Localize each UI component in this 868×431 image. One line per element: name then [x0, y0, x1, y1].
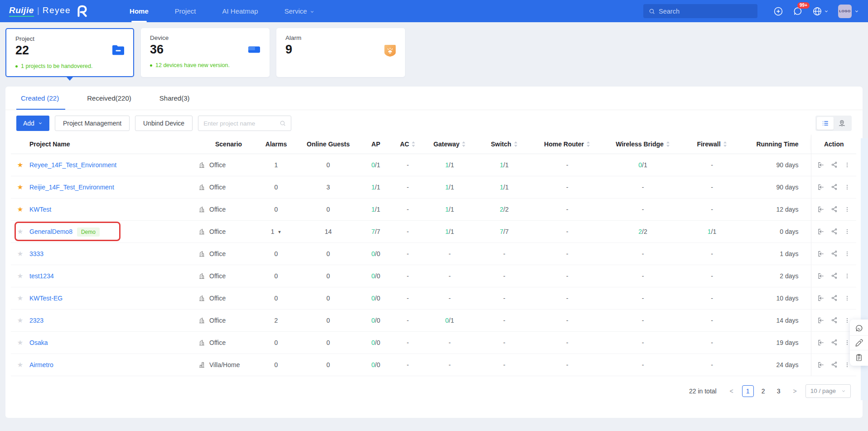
- next-page-button[interactable]: >: [789, 385, 801, 397]
- list-view-icon[interactable]: [817, 117, 834, 130]
- open-project-icon[interactable]: [817, 317, 825, 324]
- table-row[interactable]: ★GeneralDemo8DemoOffice1▼147/7-1/17/7-2/…: [11, 220, 856, 242]
- nav-item-ai-heatmap[interactable]: AI Heatmap: [222, 0, 258, 22]
- project-name-link[interactable]: Airmetro: [29, 361, 53, 368]
- global-search[interactable]: [643, 4, 757, 18]
- favorite-star-icon[interactable]: ★: [17, 294, 23, 302]
- favorite-star-icon[interactable]: ★: [17, 205, 23, 213]
- summary-card-alarm[interactable]: Alarm9: [276, 28, 405, 77]
- online-guests-count: 0: [298, 154, 359, 176]
- open-project-icon[interactable]: [817, 339, 825, 346]
- favorite-star-icon[interactable]: ★: [17, 183, 23, 191]
- project-name-link[interactable]: KWTest: [29, 206, 51, 213]
- project-name-link[interactable]: 3333: [29, 250, 43, 257]
- favorite-star-icon[interactable]: ★: [17, 339, 23, 346]
- project-name-link[interactable]: test1234: [29, 272, 54, 280]
- brand-logo[interactable]: Ruijie | Reyee: [9, 5, 88, 17]
- summary-card-device[interactable]: Device3612 devices have new version.: [141, 28, 270, 77]
- favorite-star-icon[interactable]: ★: [17, 228, 23, 235]
- tab-received-220[interactable]: Received(220): [87, 87, 131, 110]
- favorite-star-icon[interactable]: ★: [17, 161, 23, 169]
- share-icon[interactable]: [831, 250, 838, 257]
- table-row[interactable]: ★KWTestOffice001/1-1/12/2---12 days: [11, 198, 856, 220]
- more-actions-icon[interactable]: [844, 184, 850, 191]
- open-project-icon[interactable]: [817, 250, 825, 257]
- chat-bubble-icon[interactable]: [850, 321, 868, 335]
- project-name-search[interactable]: [198, 116, 291, 131]
- share-icon[interactable]: [831, 184, 838, 190]
- prev-page-button[interactable]: <: [726, 385, 738, 397]
- add-button[interactable]: Add: [16, 116, 49, 131]
- search-icon[interactable]: [280, 120, 286, 126]
- share-icon[interactable]: [831, 339, 838, 346]
- signature-pen-icon[interactable]: [850, 335, 868, 350]
- notification-icon[interactable]: 99+: [793, 6, 803, 16]
- table-row[interactable]: ★AirmetroVilla/Home000/0------24 days: [11, 354, 856, 376]
- tab-shared-3[interactable]: Shared(3): [159, 87, 190, 110]
- more-actions-icon[interactable]: [844, 295, 850, 302]
- globe-icon[interactable]: [812, 6, 829, 16]
- table-row[interactable]: ★3333Office000/0------1 days: [11, 242, 856, 265]
- sort-icon[interactable]: [514, 141, 518, 147]
- clipboard-icon[interactable]: [850, 350, 868, 364]
- search-input[interactable]: [659, 8, 752, 15]
- table-row[interactable]: ★KWTest-EGOffice000/0------10 days: [11, 287, 856, 309]
- project-name-link[interactable]: KWTest-EG: [29, 295, 63, 302]
- page-size-select[interactable]: 10 / page: [805, 384, 851, 398]
- nav-item-service[interactable]: Service: [285, 0, 314, 22]
- share-icon[interactable]: [831, 272, 838, 279]
- project-name-link[interactable]: Reyee_14F_Test_Environment: [29, 161, 116, 169]
- open-project-icon[interactable]: [817, 161, 825, 169]
- summary-card-project[interactable]: Project221 projects to be handovered.: [5, 28, 134, 77]
- more-actions-icon[interactable]: [844, 250, 850, 257]
- open-project-icon[interactable]: [817, 361, 825, 368]
- project-name-link[interactable]: Osaka: [29, 339, 48, 346]
- unbind-device-button[interactable]: Unbind Device: [135, 116, 193, 131]
- share-icon[interactable]: [831, 161, 838, 168]
- plus-circle-icon[interactable]: [773, 6, 783, 16]
- page-button-1[interactable]: 1: [742, 385, 754, 397]
- sort-icon[interactable]: [666, 141, 670, 147]
- open-project-icon[interactable]: [817, 184, 825, 191]
- table-row[interactable]: ★test1234Office000/0------2 days: [11, 265, 856, 287]
- open-project-icon[interactable]: [817, 228, 825, 235]
- open-project-icon[interactable]: [817, 295, 825, 302]
- page-button-2[interactable]: 2: [757, 385, 769, 397]
- sort-icon[interactable]: [586, 141, 590, 147]
- map-view-icon[interactable]: [834, 117, 850, 130]
- more-actions-icon[interactable]: [844, 272, 850, 280]
- sort-icon[interactable]: [723, 141, 727, 147]
- more-actions-icon[interactable]: [844, 161, 850, 169]
- avatar[interactable]: LOGO: [838, 5, 852, 18]
- project-name-link[interactable]: 2323: [29, 317, 43, 324]
- table-row[interactable]: ★2323Office200/0-0/1----14 days: [11, 309, 856, 331]
- tab-created-22[interactable]: Created (22): [21, 87, 59, 110]
- project-name-link[interactable]: Reijie_14F_Test_Environment: [29, 184, 114, 191]
- sort-icon[interactable]: [411, 141, 415, 147]
- favorite-star-icon[interactable]: ★: [17, 361, 23, 368]
- more-actions-icon[interactable]: [844, 206, 850, 213]
- favorite-star-icon[interactable]: ★: [17, 316, 23, 324]
- table-row[interactable]: ★Reyee_14F_Test_EnvironmentOffice100/1-1…: [11, 154, 856, 176]
- page-button-3[interactable]: 3: [773, 385, 785, 397]
- project-name-link[interactable]: GeneralDemo8: [29, 228, 72, 235]
- nav-item-home[interactable]: Home: [130, 0, 149, 22]
- share-icon[interactable]: [831, 361, 838, 368]
- project-management-button[interactable]: Project Management: [55, 116, 130, 131]
- project-name-search-input[interactable]: [203, 120, 276, 127]
- open-project-icon[interactable]: [817, 206, 825, 213]
- nav-item-project[interactable]: Project: [175, 0, 196, 22]
- share-icon[interactable]: [831, 228, 838, 235]
- favorite-star-icon[interactable]: ★: [17, 272, 23, 280]
- favorite-star-icon[interactable]: ★: [17, 250, 23, 257]
- more-actions-icon[interactable]: [844, 228, 850, 235]
- account-menu[interactable]: LOGO: [838, 5, 859, 18]
- alarms-dropdown-icon[interactable]: ▼: [277, 230, 281, 234]
- share-icon[interactable]: [831, 295, 838, 301]
- share-icon[interactable]: [831, 317, 838, 324]
- table-row[interactable]: ★Reijie_14F_Test_EnvironmentOffice031/1-…: [11, 176, 856, 198]
- sort-icon[interactable]: [462, 141, 466, 147]
- share-icon[interactable]: [831, 206, 838, 213]
- open-project-icon[interactable]: [817, 272, 825, 280]
- table-row[interactable]: ★OsakaOffice000/0------19 days: [11, 331, 856, 354]
